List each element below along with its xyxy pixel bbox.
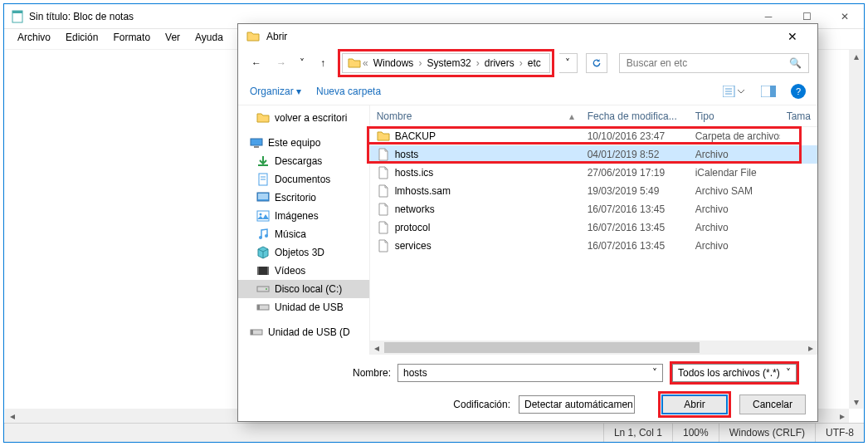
file-date: 19/03/2019 5:49 [581,185,689,197]
drive-icon [256,282,270,296]
tree-item[interactable]: Documentos [238,170,369,189]
help-button[interactable]: ? [791,84,806,99]
scroll-right-icon[interactable]: ▸ [835,409,849,423]
file-type: Archivo [689,240,780,252]
tree-item-label: Documentos [275,174,330,185]
organize-button[interactable]: Organizar ▾ [250,86,301,97]
chevron-down-icon[interactable]: ˅ [633,399,635,410]
filename-input[interactable]: hosts ˅ [397,364,663,382]
breadcrumb-seg[interactable]: System32 [423,57,474,69]
scroll-up-icon[interactable]: ▴ [849,49,863,63]
menu-help[interactable]: Ayuda [188,30,230,45]
tree-item[interactable]: Vídeos [238,262,369,280]
chevron-icon[interactable]: › [475,57,481,69]
dialog-toolbar: Organizar ▾ Nueva carpeta ? [238,77,817,105]
tree-item[interactable]: Imágenes [238,207,369,225]
menu-file[interactable]: Archivo [11,30,57,45]
recent-dropdown[interactable]: ˅ [296,53,308,73]
scroll-right-icon[interactable]: ▸ [803,341,817,355]
tree-item[interactable]: Este equipo [238,134,369,152]
scrollbar-thumb[interactable] [384,342,700,353]
list-hscrollbar[interactable]: ◂ ▸ [370,341,817,355]
music-icon [256,228,270,241]
scroll-down-icon[interactable]: ▾ [849,395,863,409]
file-row[interactable]: BACKUP10/10/2016 23:47Carpeta de archivo… [370,127,817,145]
tree-item-label: volver a escritori [275,112,347,124]
dialog-close-button[interactable]: ✕ [776,30,809,43]
menu-format[interactable]: Formato [106,30,157,45]
scroll-left-icon[interactable]: ◂ [370,341,384,355]
folder-icon [246,30,260,43]
file-name: BACKUP [395,130,436,142]
filename-value: hosts [403,367,427,379]
up-button[interactable]: ↑ [313,53,333,73]
menu-edit[interactable]: Edición [59,30,105,45]
file-name: hosts [395,149,419,160]
tree-item[interactable]: Disco local (C:) [238,280,369,298]
breadcrumb-seg[interactable]: etc [524,57,544,69]
header-name[interactable]: Nombre▴ [370,110,581,122]
breadcrumb-seg[interactable]: drivers [481,57,518,69]
search-icon[interactable]: 🔍 [789,57,802,69]
file-icon [377,221,390,234]
tree-item[interactable]: Objetos 3D [238,243,369,262]
filetype-highlight: Todos los archivos (*.*) ˅ [670,361,799,385]
nav-tree[interactable]: volver a escritoriEste equipoDescargasDo… [238,105,370,355]
preview-pane-button[interactable] [756,82,781,100]
tree-item[interactable]: volver a escritori [238,109,369,127]
chevron-down-icon[interactable]: ˅ [652,367,657,379]
file-row[interactable]: hosts04/01/2019 8:52Archivo [370,145,817,164]
svg-rect-20 [257,267,269,275]
pc-icon [250,136,263,149]
breadcrumb[interactable]: « Windows › System32 › drivers › etc [342,53,550,73]
header-date[interactable]: Fecha de modifica... [581,110,689,122]
file-name: lmhosts.sam [395,185,451,197]
file-row[interactable]: services16/07/2016 13:45Archivo [370,237,817,255]
file-row[interactable]: protocol16/07/2016 13:45Archivo [370,218,817,237]
refresh-button[interactable] [586,53,607,73]
svg-rect-1 [12,11,22,13]
obj3d-icon [256,246,270,259]
breadcrumb-dropdown[interactable]: ˅ [559,53,578,73]
file-row[interactable]: networks16/07/2016 13:45Archivo [370,200,817,218]
dialog-titlebar[interactable]: Abrir ✕ [238,24,817,49]
chevron-icon[interactable]: › [518,57,524,69]
scroll-left-icon[interactable]: ◂ [5,409,19,423]
encoding-select[interactable]: Detectar automáticamen ˅ [519,395,635,414]
header-size[interactable]: Tama [780,110,817,122]
header-type[interactable]: Tipo [689,110,780,122]
breadcrumb-seg[interactable]: Windows [370,57,417,69]
view-mode-button[interactable] [721,82,746,100]
new-folder-button[interactable]: Nueva carpeta [316,86,381,97]
search-input[interactable]: Buscar en etc 🔍 [619,53,809,73]
svg-point-17 [260,213,262,216]
close-button[interactable]: ✕ [826,4,864,28]
vertical-scrollbar[interactable]: ▴ ▾ [849,49,863,409]
chevron-icon[interactable]: › [417,57,423,69]
file-type: Carpeta de archivos [689,130,780,142]
file-row[interactable]: hosts.ics27/06/2019 17:19iCalendar File [370,164,817,182]
tree-item[interactable]: Escritorio [238,189,369,207]
tree-item[interactable]: Unidad de USB [238,298,369,316]
column-headers[interactable]: Nombre▴ Fecha de modifica... Tipo Tama [370,105,817,127]
file-date: 16/07/2016 13:45 [581,222,689,233]
file-date: 16/07/2016 13:45 [581,240,689,252]
tree-item-label: Este equipo [268,137,320,149]
forward-button[interactable]: → [271,53,291,73]
back-button[interactable]: ← [246,53,266,73]
filetype-value: Todos los archivos (*.*) [678,367,780,379]
chevron-icon[interactable]: « [361,57,370,69]
file-type: Archivo [689,149,780,160]
svg-rect-26 [257,305,260,310]
file-row[interactable]: lmhosts.sam19/03/2019 5:49Archivo SAM [370,182,817,200]
chevron-down-icon[interactable]: ˅ [786,367,791,379]
tree-item[interactable]: Unidad de USB (D [238,323,369,341]
filetype-select[interactable]: Todos los archivos (*.*) ˅ [672,364,797,382]
cancel-button[interactable]: Cancelar [739,395,806,414]
open-button[interactable]: Abrir [661,395,728,414]
menu-view[interactable]: Ver [158,30,187,45]
tree-item[interactable]: Música [238,225,369,243]
tree-item-label: Escritorio [275,192,316,203]
tree-item[interactable]: Descargas [238,152,369,170]
usb-icon [256,301,270,314]
